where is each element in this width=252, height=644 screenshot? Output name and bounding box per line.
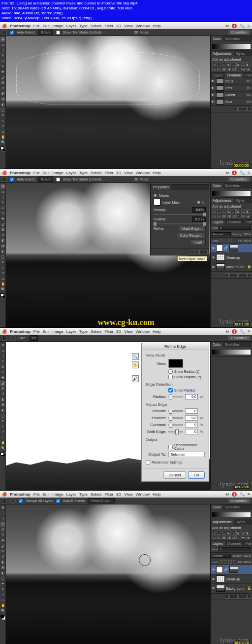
show-transform-checkbox[interactable] — [56, 178, 60, 181]
link-icon[interactable]: 🔗 — [224, 246, 228, 250]
invert-button[interactable]: Invert — [190, 240, 206, 245]
canvas[interactable] — [6, 504, 210, 644]
menu-type[interactable]: Type — [79, 171, 88, 175]
menu-image[interactable]: Image — [52, 171, 63, 175]
workspace-switcher[interactable]: Essentials — [228, 30, 250, 35]
feather-slider[interactable] — [168, 417, 183, 419]
move-tool-icon[interactable] — [2, 177, 7, 182]
shift-value[interactable] — [185, 429, 198, 434]
pen-tool[interactable]: ✒ — [0, 113, 5, 118]
menu-type[interactable]: Type — [79, 24, 88, 28]
menu-3d[interactable]: 3D — [116, 24, 121, 28]
adj-brightness-icon[interactable]: ☀ — [212, 62, 216, 66]
hand-tool-icon[interactable]: ✋ — [132, 361, 139, 368]
adj-bw-icon[interactable]: ◧ — [246, 62, 250, 66]
menu-3d[interactable]: 3D — [116, 171, 121, 175]
zoom-tool-icon[interactable]: 🔍 — [132, 353, 139, 360]
adj-photofilter-icon[interactable]: ◎ — [212, 67, 216, 71]
notification-badge[interactable]: 1 — [232, 24, 237, 28]
channel-red[interactable]: 👁Red⌘3 — [211, 85, 252, 92]
quick-select-tool[interactable]: ✎ — [0, 53, 5, 58]
brush-tool[interactable]: 🖌 — [0, 381, 5, 386]
menu-filter[interactable]: Filter — [104, 171, 113, 175]
layers-tab[interactable]: Layers — [211, 72, 225, 78]
load-mask-icon[interactable] — [190, 250, 194, 254]
canvas[interactable]: Properties ▣Masks Layer Mask▣▢ Density:1… — [6, 183, 210, 328]
eraser-tool[interactable]: ◧ — [0, 91, 5, 96]
load-selection-icon[interactable] — [234, 107, 238, 111]
menu-window[interactable]: Window — [136, 24, 150, 28]
pixel-mask-icon[interactable]: ▣ — [197, 200, 200, 204]
refine-brush-icon[interactable]: 🖌 — [132, 375, 139, 382]
mask-edge-button[interactable]: Mask Edge... — [179, 226, 206, 231]
vector-mask-icon[interactable]: ▢ — [202, 200, 206, 204]
feather-value[interactable] — [185, 415, 198, 421]
menu-edit[interactable]: Edit — [43, 171, 50, 175]
smooth-value[interactable] — [185, 408, 198, 414]
feather-value[interactable]: 0.0 px — [192, 216, 206, 222]
color-tab[interactable]: Color — [211, 36, 223, 41]
delete-channel-icon[interactable] — [247, 107, 251, 111]
adj-colorlookup-icon[interactable]: ▩ — [222, 67, 226, 71]
paths-tab[interactable]: Paths — [244, 72, 252, 78]
layer-row-curves[interactable]: 👁🔗 — [211, 565, 252, 574]
type-tool[interactable]: T — [0, 118, 5, 123]
smart-radius-checkbox[interactable] — [168, 388, 173, 393]
remember-checkbox[interactable] — [146, 460, 150, 465]
adj-colorbalance-icon[interactable]: ⚖ — [241, 62, 245, 66]
adj-hue-icon[interactable]: ▦ — [236, 62, 240, 66]
gradient-tool[interactable]: ▤ — [0, 97, 5, 102]
cancel-button[interactable]: Cancel — [163, 471, 187, 479]
stamp-tool[interactable]: ⊞ — [0, 80, 5, 85]
adj-channelmixer-icon[interactable]: ⊞ — [217, 67, 221, 71]
layer-row-curves[interactable]: 👁🔗 — [211, 244, 252, 253]
auto-select-mode[interactable]: Group — [38, 30, 53, 35]
channel-blue[interactable]: 👁Blue⌘5 — [211, 99, 252, 106]
show-radius-checkbox[interactable] — [168, 369, 173, 374]
channel-rgb[interactable]: 👁RGB⌘2 — [211, 78, 252, 85]
workspace-switcher[interactable]: Essentials — [228, 336, 250, 340]
color-ramp[interactable] — [212, 44, 251, 49]
notification-badge[interactable]: 1 — [232, 171, 237, 175]
brush-preview[interactable] — [10, 498, 16, 504]
swatches-tab[interactable]: Swatches — [223, 36, 242, 41]
layer-row[interactable]: 👁Clean up — [211, 574, 252, 584]
smooth-slider[interactable] — [168, 410, 183, 412]
marquee-tool[interactable]: ▭ — [0, 42, 5, 47]
move-tool[interactable]: ✥ — [0, 184, 5, 189]
contrast-value[interactable] — [185, 422, 198, 428]
adj-levels-icon[interactable]: ⬚ — [217, 62, 221, 66]
styles-tab[interactable]: Styles — [234, 51, 247, 56]
adj-vibrance-icon[interactable]: ▽ — [232, 62, 236, 66]
spotlight-icon[interactable]: 🔍 — [240, 24, 245, 28]
view-thumb[interactable] — [168, 359, 183, 368]
density-value[interactable]: 100% — [192, 207, 206, 213]
canvas[interactable]: Refine Edge 🔍 ✋ 🖌 View Mode View: Show R… — [6, 342, 210, 491]
adjustments-tab[interactable]: Adjustments — [211, 51, 234, 56]
new-channel-icon[interactable] — [243, 107, 247, 111]
refine-edge-button[interactable]: Refine Edge... — [88, 498, 114, 503]
adj-invert-icon[interactable]: ◨ — [227, 67, 231, 71]
menu-view[interactable]: View — [124, 171, 132, 175]
menu-extra-icon[interactable]: ≡ — [248, 24, 250, 28]
menu-file[interactable]: File — [33, 24, 40, 28]
properties-tab[interactable]: Properties — [151, 184, 171, 190]
disable-mask-icon[interactable] — [199, 250, 203, 254]
density-slider[interactable] — [154, 214, 206, 215]
feather-slider[interactable] — [154, 223, 206, 224]
menu-filter[interactable]: Filter — [104, 24, 113, 28]
blur-tool[interactable]: ◐ — [0, 102, 5, 107]
spotlight-icon[interactable]: 🔍 — [240, 171, 245, 175]
lasso-tool[interactable]: ⟆ — [0, 48, 5, 53]
layer-row[interactable]: 👁Clean up — [211, 253, 252, 262]
show-original-checkbox[interactable] — [168, 375, 173, 379]
menu-image[interactable]: Image — [52, 24, 63, 28]
move-tool[interactable]: ✥ — [0, 37, 5, 42]
brush-tool[interactable]: 🖌 — [0, 75, 5, 80]
quick-select-tool-icon[interactable] — [2, 499, 7, 503]
app-name[interactable]: Photoshop — [10, 24, 31, 28]
fg-bg-swatches[interactable] — [0, 146, 5, 151]
menu-select[interactable]: Select — [91, 171, 101, 175]
workspace-switcher[interactable]: Essentials — [228, 177, 250, 181]
adj-threshold-icon[interactable]: ▪ — [236, 67, 240, 71]
